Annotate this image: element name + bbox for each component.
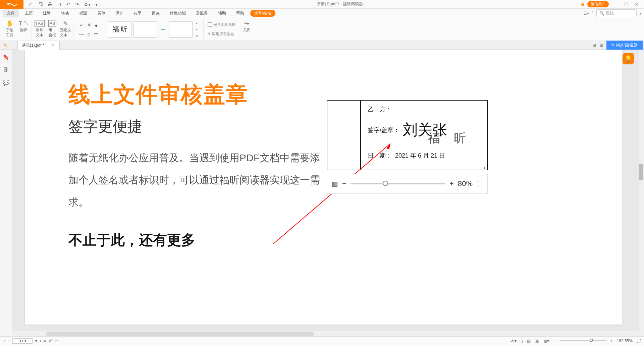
draw-tool-icon[interactable]: ✎ — [3, 43, 7, 48]
dot-icon[interactable]: ● — [95, 22, 98, 28]
last-page-icon[interactable]: » — [44, 339, 46, 343]
comments-panel-icon[interactable]: 💬 — [3, 79, 9, 86]
first-page-icon[interactable]: « — [3, 339, 6, 343]
menu-options-icon[interactable]: ☷▾ — [583, 11, 589, 16]
close-panel-button[interactable]: ↪关闭 — [242, 20, 252, 33]
select-tool-button[interactable]: Ｔ↖选择 — [17, 20, 30, 33]
zoom-in-icon[interactable]: + — [449, 179, 454, 188]
sig-up-icon[interactable]: ▴ — [196, 21, 198, 25]
document-viewport[interactable]: 线上文件审核盖章 签字更便捷 随着无纸化办公应用普及。当遇到使用PDF文档中需要… — [12, 50, 644, 336]
view-mode-icon[interactable]: 👁▾ — [511, 339, 517, 343]
reading-mode-icon[interactable]: ▭ — [55, 339, 58, 343]
rect-icon[interactable]: ▭ — [94, 31, 98, 37]
scroll-right-icon[interactable]: › — [484, 165, 485, 171]
new-icon[interactable]: 🗋 — [57, 2, 62, 7]
layout-icon[interactable]: ▦ — [599, 43, 603, 48]
search-input[interactable]: 🔍 查找 — [596, 9, 637, 17]
status-zoom-value: 163.55% — [617, 339, 633, 343]
signature-preset[interactable]: 福 昕 — [108, 21, 131, 38]
menu-feature[interactable]: 特色功能 — [166, 9, 190, 17]
save-icon[interactable]: 🖫 — [38, 2, 43, 7]
pdf-editor-button[interactable]: ✎ PDF编辑器 — [606, 41, 643, 50]
menu-file[interactable]: 文件 — [3, 9, 19, 17]
status-zoom-slider[interactable] — [559, 340, 606, 341]
signature-slot-2[interactable] — [169, 21, 193, 38]
page-subtitle: 签字更便捷 — [68, 117, 142, 136]
tab-close-icon[interactable]: ✕ — [51, 43, 54, 48]
print-icon[interactable]: 🖶 — [48, 2, 52, 7]
apply-all-checkbox[interactable]: ✎应用所有签名 — [208, 31, 234, 37]
sig-more-icon[interactable]: ≡ — [196, 34, 198, 38]
menu-comment[interactable]: 注释 — [39, 9, 55, 17]
status-zoom-in-icon[interactable]: + — [610, 339, 613, 343]
page-dropdown-icon[interactable]: ▾ — [35, 339, 37, 343]
search-dropdown-icon[interactable]: ▾ — [639, 11, 641, 16]
predef-text-button[interactable]: ✎预定义 文本 — [60, 20, 71, 38]
menu-protect[interactable]: 保护 — [111, 9, 127, 17]
thumbnails-icon[interactable]: ▥ — [332, 180, 338, 188]
close-button[interactable]: ✕ — [633, 2, 640, 7]
add-text-button[interactable]: I AB添加 文本 — [35, 20, 45, 38]
horizontal-scrollbar[interactable] — [12, 331, 639, 336]
continuous-icon[interactable]: ▥ — [527, 339, 531, 343]
form-date-label: 日 期： — [368, 152, 392, 160]
sig-down-icon[interactable]: ▾ — [196, 27, 198, 31]
page-number-input[interactable] — [12, 338, 33, 344]
x-icon[interactable]: ✕ — [87, 22, 92, 28]
menu-form[interactable]: 表单 — [93, 9, 109, 17]
keep-tool-checkbox[interactable]: 保持工具选择 — [208, 21, 235, 28]
gift-icon[interactable]: ⊞ — [581, 2, 584, 7]
combo-button[interactable]: AB组 合框 — [47, 20, 57, 38]
grid-view-icon[interactable]: ⊞ — [593, 43, 596, 48]
hand-tool-button[interactable]: ✋手型 工具 — [5, 20, 15, 38]
fit-page-icon[interactable]: ⛶ — [637, 339, 641, 343]
more-icon[interactable]: ⚙▾ — [84, 2, 91, 7]
user-badge[interactable]: 微信用户 — [587, 1, 609, 7]
menu-help[interactable]: 帮助 — [232, 9, 248, 17]
bookmark-panel-icon[interactable]: 🔖 — [3, 54, 9, 60]
next-page-icon[interactable]: › — [40, 339, 41, 343]
app-logo[interactable] — [0, 0, 23, 9]
status-zoom-out-icon[interactable]: − — [553, 339, 555, 343]
apply-icon: ✎ — [208, 32, 211, 36]
reflow-icon[interactable]: ↺ — [49, 339, 52, 343]
menu-home[interactable]: 主页 — [21, 9, 37, 17]
zoom-out-icon[interactable]: − — [342, 179, 346, 188]
overflow-icon[interactable]: ▾ — [95, 2, 98, 7]
open-icon[interactable]: 🗀 — [29, 2, 34, 7]
menu-fill-sign[interactable]: 填写&签名 — [250, 10, 275, 17]
minimize-button[interactable]: — — [612, 2, 620, 7]
maximize-button[interactable]: ☐ — [623, 2, 630, 7]
prev-page-icon[interactable]: ‹ — [8, 339, 10, 343]
pages-panel-icon[interactable]: 🗐 — [3, 67, 9, 73]
redo-icon[interactable]: ↷ — [75, 2, 79, 7]
menu-convert[interactable]: 转换 — [57, 9, 73, 17]
cont-facing-icon[interactable]: ▥▾ — [543, 339, 549, 343]
shape-row-1: ✓ ✕ ● — [78, 21, 99, 30]
window-title: 演示(1).pdf * - 福昕阅读器 — [103, 1, 577, 7]
search-icon: 🔍 — [599, 11, 604, 16]
undo-icon[interactable]: ↶ — [66, 2, 70, 7]
shape-row-2: — ○ ▭ — [77, 30, 100, 38]
vertical-scrollbar[interactable] — [639, 50, 644, 336]
document-tab[interactable]: 演示(1).pdf * ✕ — [17, 41, 60, 50]
fullscreen-icon[interactable]: ⛶ — [477, 180, 483, 187]
menu-assist[interactable]: 辅助 — [214, 9, 230, 17]
search-placeholder: 查找 — [606, 10, 614, 16]
add-signature-button[interactable]: ＋ — [159, 21, 167, 38]
menu-preview[interactable]: 预览 — [148, 9, 164, 17]
facing-icon[interactable]: ▯▯ — [535, 339, 539, 343]
page-more-heading: 不止于此，还有更多 — [68, 231, 195, 249]
ribbon: ✋手型 工具 Ｔ↖选择 I AB添加 文本 AB组 合框 ✎预定义 文本 ✓ ✕… — [0, 18, 644, 41]
tips-button[interactable]: 💡 — [623, 53, 634, 64]
line-icon[interactable]: — — [79, 31, 84, 37]
check-icon[interactable]: ✓ — [79, 22, 84, 28]
menu-cloud[interactable]: 云服务 — [192, 9, 212, 17]
circle-icon[interactable]: ○ — [87, 31, 90, 37]
collapse-ribbon-icon[interactable]: ˄ — [592, 11, 594, 16]
signature-slot-1[interactable] — [133, 21, 157, 38]
inner-zoom-slider[interactable] — [351, 183, 445, 184]
menu-share[interactable]: 共享 — [129, 9, 146, 17]
single-page-icon[interactable]: ▯ — [521, 339, 523, 343]
menu-view[interactable]: 视图 — [75, 9, 91, 17]
